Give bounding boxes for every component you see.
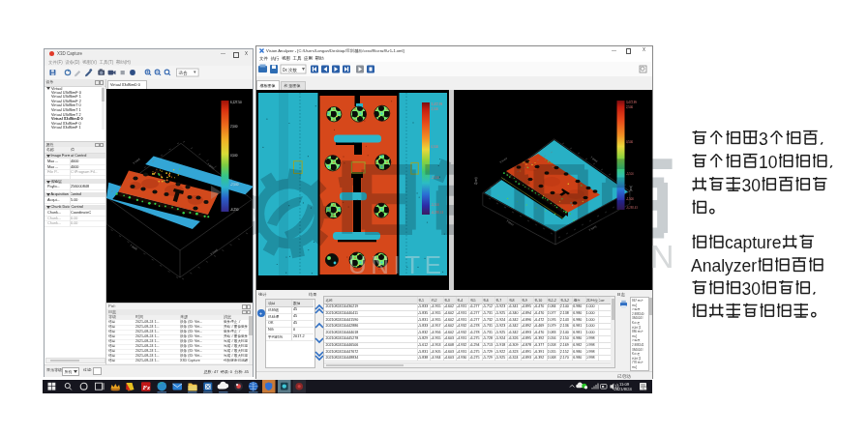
svg-text:UNITED PRECISION: UNITED PRECISION <box>348 250 657 279</box>
svg-text:N: N <box>650 238 674 275</box>
